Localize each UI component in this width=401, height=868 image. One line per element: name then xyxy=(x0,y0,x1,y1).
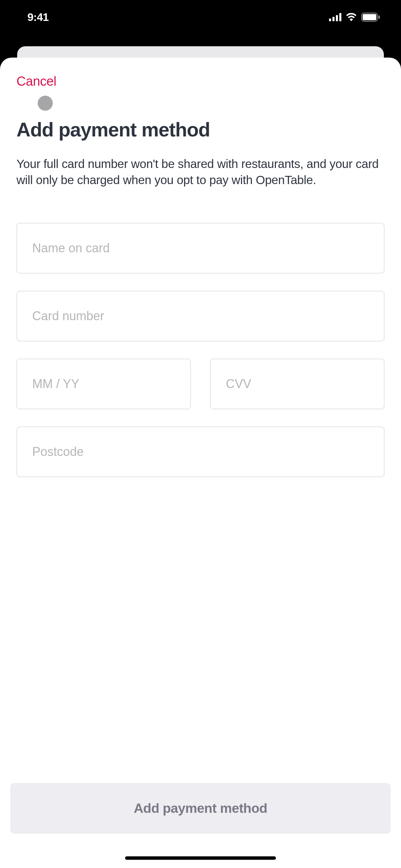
svg-rect-0 xyxy=(329,19,331,21)
loading-dot xyxy=(38,96,53,111)
cvv-input[interactable] xyxy=(210,359,385,409)
postcode-input[interactable] xyxy=(16,426,385,477)
svg-rect-3 xyxy=(339,13,341,21)
payment-form xyxy=(16,223,385,477)
battery-icon xyxy=(361,13,380,22)
svg-rect-5 xyxy=(363,14,376,20)
page-title: Add payment method xyxy=(16,118,385,141)
page-description: Your full card number won't be shared wi… xyxy=(16,156,385,188)
add-payment-method-button[interactable]: Add payment method xyxy=(10,783,391,834)
card-number-input[interactable] xyxy=(16,291,385,341)
name-on-card-input[interactable] xyxy=(16,223,385,274)
cellular-icon xyxy=(329,13,341,21)
modal-sheet: Cancel Add payment method Your full card… xyxy=(0,58,401,868)
status-time: 9:41 xyxy=(27,11,49,24)
wifi-icon xyxy=(345,13,357,21)
status-icons xyxy=(329,13,380,22)
expiry-input[interactable] xyxy=(16,359,191,409)
home-indicator[interactable] xyxy=(125,856,276,860)
svg-rect-1 xyxy=(332,17,335,21)
svg-rect-6 xyxy=(378,15,380,19)
svg-rect-2 xyxy=(336,15,338,21)
cancel-button[interactable]: Cancel xyxy=(16,74,57,89)
status-bar: 9:41 xyxy=(0,0,401,34)
